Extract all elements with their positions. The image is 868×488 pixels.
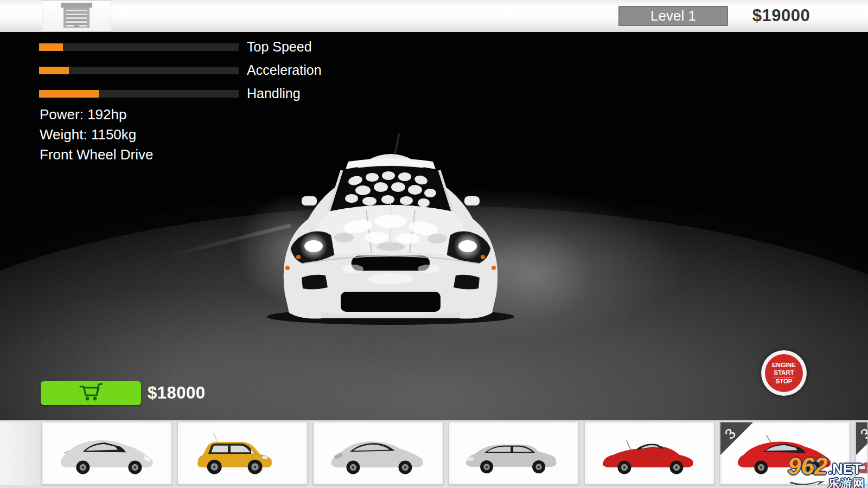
stat-track	[39, 90, 239, 98]
car-thumb-celica[interactable]	[42, 422, 172, 485]
stat-fill-handling	[39, 90, 99, 98]
stat-row-acceleration: Acceleration	[39, 62, 322, 78]
stat-fill-top-speed	[39, 43, 63, 51]
car-power: Power: 192hp	[40, 105, 154, 125]
car-thumb-mini[interactable]	[177, 422, 308, 485]
garage-door-icon	[59, 2, 94, 31]
car-thumb-gt86[interactable]: 3	[720, 422, 850, 485]
shopping-cart-icon	[78, 382, 104, 404]
car-thumb-next-partial[interactable]: 3	[856, 422, 868, 485]
engine-label-line3: STOP	[775, 377, 792, 385]
car-price: $18000	[148, 381, 205, 405]
player-money: $19000	[735, 0, 827, 31]
car-thumb-miata[interactable]	[584, 422, 714, 485]
garage-button[interactable]	[42, 1, 111, 32]
engine-label-line1: ENGINE	[772, 361, 796, 369]
car-thumb-eclipse[interactable]	[313, 422, 443, 485]
stat-row-handling: Handling	[39, 86, 301, 101]
car-carousel[interactable]: 3 3	[0, 420, 868, 488]
car-thumb-civic[interactable]	[449, 422, 579, 485]
top-bar: Level 1 $19000	[0, 0, 868, 33]
buy-button[interactable]	[41, 381, 141, 405]
engine-start-stop-button[interactable]: ENGINE START STOP	[761, 350, 807, 396]
car-weight: Weight: 1150kg	[40, 125, 154, 145]
stat-track	[39, 43, 239, 51]
stat-track	[39, 67, 239, 74]
carousel-edge	[0, 422, 40, 485]
showcase-car[interactable]	[255, 126, 526, 331]
level-badge[interactable]: Level 1	[618, 6, 728, 26]
stat-label-handling: Handling	[247, 86, 301, 101]
engine-label-line2: START	[774, 369, 794, 377]
garage-scene: Top Speed Acceleration Handling Power: 1…	[0, 32, 868, 420]
stat-fill-acceleration	[39, 67, 69, 74]
car-drivetrain: Front Wheel Drive	[40, 145, 154, 165]
car-info: Power: 192hp Weight: 1150kg Front Wheel …	[40, 105, 154, 165]
stat-row-top-speed: Top Speed	[39, 39, 312, 55]
stat-label-acceleration: Acceleration	[247, 62, 322, 78]
stat-label-top-speed: Top Speed	[247, 39, 312, 55]
